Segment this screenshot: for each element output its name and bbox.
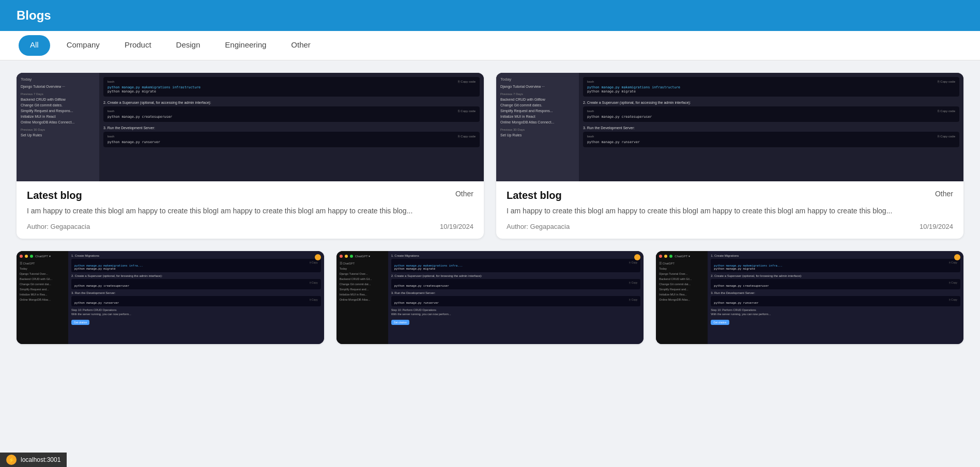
filter-tab-engineering[interactable]: Engineering [215, 31, 277, 60]
card-body-1: Latest blog Other I am happy to create t… [17, 181, 484, 239]
chat-sidebar-5: ChatGPT ▾ ☰ ChatGPT Today Django Tutoria… [656, 251, 708, 344]
filter-tab-other[interactable]: Other [281, 31, 321, 60]
page-title: Blogs [17, 8, 963, 23]
card-title-2: Latest blog [507, 190, 562, 201]
bottom-bar: ⚡ localhost:3001 [0, 453, 67, 467]
blog-card-5[interactable]: ChatGPT ▾ ☰ ChatGPT Today Django Tutoria… [656, 251, 963, 344]
thumbnail-main-1: bash ⎘ Copy code python manage.py makemi… [99, 73, 484, 181]
blog-card-1[interactable]: Today Django Tutorial Overview ··· Previ… [17, 73, 484, 239]
card-date-2: 10/19/2024 [920, 223, 953, 230]
card-thumbnail-3: ChatGPT ▾ ☰ ChatGPT Today Django Tutoria… [17, 251, 324, 344]
bottom-blog-grid: ChatGPT ▾ ☰ ChatGPT Today Django Tutoria… [17, 251, 963, 344]
filter-tab-design[interactable]: Design [166, 31, 211, 60]
card-footer-1: Author: Gegapacacia 10/19/2024 [27, 223, 473, 230]
top-blog-grid: Today Django Tutorial Overview ··· Previ… [17, 73, 963, 239]
card-title-1: Latest blog [27, 190, 82, 201]
card-thumbnail-4: ChatGPT ▾ ☰ ChatGPT Today Django Tutoria… [336, 251, 644, 344]
chat-sidebar-4: ChatGPT ▾ ☰ ChatGPT Today Django Tutoria… [336, 251, 388, 344]
main-content: Today Django Tutorial Overview ··· Previ… [0, 60, 980, 356]
bottom-bar-url: localhost:3001 [21, 456, 60, 463]
filter-tab-all[interactable]: All [19, 35, 50, 56]
card-excerpt-2: I am happy to create this blogI am happy… [507, 206, 953, 216]
card-header-row-2: Latest blog Other [507, 190, 953, 201]
blog-card-3[interactable]: ChatGPT ▾ ☰ ChatGPT Today Django Tutoria… [17, 251, 324, 344]
page-header: Blogs [0, 0, 980, 31]
filter-tab-company[interactable]: Company [56, 31, 110, 60]
card-thumbnail-5: ChatGPT ▾ ☰ ChatGPT Today Django Tutoria… [656, 251, 963, 344]
card-footer-2: Author: Gegapacacia 10/19/2024 [507, 223, 953, 230]
card-thumbnail-2: Today Django Tutorial Overview ··· Previ… [496, 73, 963, 181]
bottom-bar-icon: ⚡ [6, 455, 17, 465]
filter-tab-product[interactable]: Product [114, 31, 162, 60]
chat-main-4: 1. Create Migrations ⎘ Copy python manag… [388, 251, 644, 344]
card-date-1: 10/19/2024 [440, 223, 473, 230]
chat-orange-badge-3 [315, 254, 321, 260]
chat-sidebar-3: ChatGPT ▾ ☰ ChatGPT Today Django Tutoria… [17, 251, 68, 344]
thumbnail-main-2: bash ⎘ Copy code python manage.py makemi… [579, 73, 963, 181]
card-category-2: Other [935, 190, 953, 198]
filter-bar: All Company Product Design Engineering O… [0, 31, 980, 60]
card-header-row-1: Latest blog Other [27, 190, 473, 201]
card-author-1: Author: Gegapacacia [27, 223, 90, 230]
card-excerpt-1: I am happy to create this blogI am happy… [27, 206, 473, 216]
chat-main-3: 1. Create Migrations ⎘ Copy python manag… [68, 251, 324, 344]
chat-orange-badge-5 [954, 254, 960, 260]
thumbnail-sidebar-2: Today Django Tutorial Overview ··· Previ… [496, 73, 579, 181]
card-thumbnail-1: Today Django Tutorial Overview ··· Previ… [17, 73, 484, 181]
card-author-2: Author: Gegapacacia [507, 223, 570, 230]
card-category-1: Other [455, 190, 473, 198]
blog-card-4[interactable]: ChatGPT ▾ ☰ ChatGPT Today Django Tutoria… [336, 251, 644, 344]
thumbnail-sidebar-1: Today Django Tutorial Overview ··· Previ… [17, 73, 99, 181]
chat-main-5: 1. Create Migrations ⎘ Copy python manag… [708, 251, 963, 344]
blog-card-2[interactable]: Today Django Tutorial Overview ··· Previ… [496, 73, 963, 239]
card-body-2: Latest blog Other I am happy to create t… [496, 181, 963, 239]
